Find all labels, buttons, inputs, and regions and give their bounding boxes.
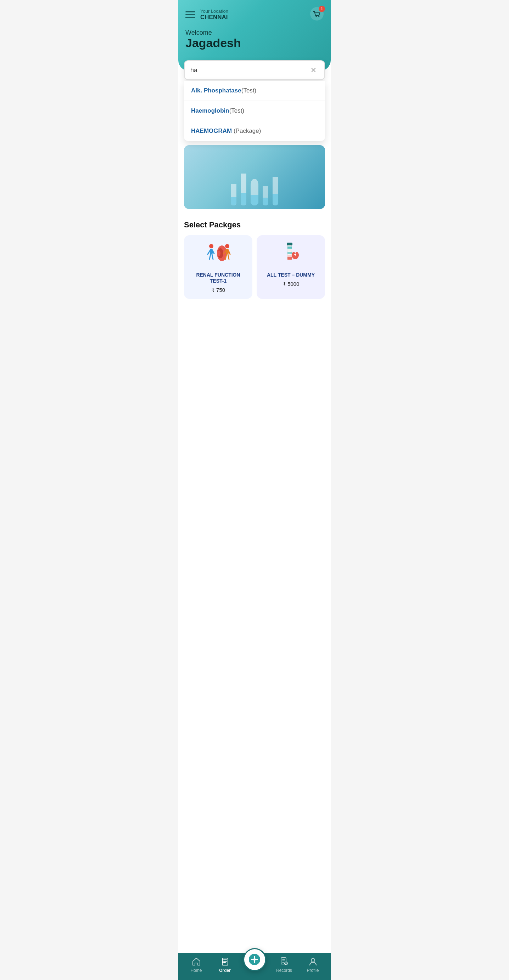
nav-center-button[interactable] [243,948,266,971]
welcome-text: Welcome Jagadesh [185,29,324,49]
hero-banner [184,145,325,209]
package-icon-2 [277,241,305,269]
hamburger-menu[interactable] [185,11,195,18]
records-icon [279,957,289,967]
svg-rect-18 [287,243,292,245]
cart-badge: 1 [319,6,325,12]
packages-title: Select Packges [184,220,325,229]
test-tube-5 [273,177,278,205]
svg-line-8 [212,254,213,259]
package-card-1[interactable]: RENAL FUNCTION TEST-1 ₹ 750 [184,235,252,299]
nav-profile-label: Profile [306,968,319,973]
profile-icon [308,957,318,967]
svg-point-2 [318,16,319,17]
svg-rect-22 [287,252,292,254]
nav-home[interactable]: Home [186,957,207,973]
test-tube-4 [263,186,268,205]
package-name-2: ALL TEST – DUMMY [267,272,315,278]
welcome-label: Welcome [185,29,324,37]
svg-point-29 [222,961,223,962]
search-box: ✕ [184,60,325,80]
svg-line-5 [208,251,210,254]
svg-point-30 [222,962,223,963]
location-label: Your Location [200,8,228,14]
package-price-2: ₹ 5000 [282,281,300,287]
search-container: ✕ Alk. Phosphatase(Test) Haemoglobin(Tes… [184,60,325,141]
autocomplete-item-name-1: Alk. Phosphatase [191,87,241,94]
home-icon [191,957,201,967]
autocomplete-dropdown: Alk. Phosphatase(Test) Haemoglobin(Test)… [184,81,325,141]
autocomplete-item-name-2: Haemoglobin [191,107,229,114]
svg-line-15 [229,251,230,254]
nav-records[interactable]: Records [274,957,295,973]
autocomplete-item-1[interactable]: Alk. Phosphatase(Test) [184,81,325,101]
package-name-1: RENAL FUNCTION TEST-1 [190,272,247,284]
packages-grid: RENAL FUNCTION TEST-1 ₹ 750 [184,235,325,299]
svg-rect-21 [287,249,292,251]
kidney-icon [204,241,233,269]
nav-profile[interactable]: Profile [302,957,324,973]
cart-button[interactable]: 1 [310,7,324,22]
svg-point-1 [316,16,317,17]
blood-test-icon [277,241,305,269]
autocomplete-item-type-1: (Test) [241,87,257,94]
bottom-nav: Home Order [178,953,331,980]
hero-banner-bg [184,145,325,209]
nav-home-label: Home [190,968,202,973]
test-tube-1 [231,184,236,205]
autocomplete-item-2[interactable]: Haemoglobin(Test) [184,101,325,121]
location-info: Your Location CHENNAI [200,8,228,21]
svg-line-6 [213,251,214,254]
svg-point-35 [311,958,315,962]
nav-records-label: Records [276,968,292,973]
order-icon [220,957,230,967]
svg-point-3 [209,244,213,248]
svg-rect-24 [287,257,292,259]
svg-rect-4 [210,249,213,254]
test-tube-3 [251,179,258,205]
svg-line-7 [209,254,211,259]
main-content: Your Location CHENNAI 1 Welcome Jagadesh [178,0,331,980]
package-icon-1 [204,241,233,269]
search-clear-button[interactable]: ✕ [308,65,319,75]
location-name: CHENNAI [200,14,228,21]
svg-rect-20 [287,247,292,249]
autocomplete-item-type-3: (Package) [232,127,261,134]
svg-point-32 [253,958,256,961]
package-price-1: ₹ 750 [211,287,225,293]
autocomplete-item-type-2: (Test) [229,107,244,114]
svg-point-28 [222,959,223,961]
svg-line-17 [228,254,229,259]
svg-point-11 [218,250,220,256]
search-input[interactable] [190,67,308,74]
nav-order-label: Order [219,968,231,973]
svg-rect-26 [295,254,296,256]
svg-point-12 [225,244,229,248]
nav-order[interactable]: Order [214,957,236,973]
packages-section: Select Packges [178,213,331,306]
user-name: Jagadesh [185,37,324,49]
autocomplete-item-3[interactable]: HAEMOGRAM (Package) [184,121,325,141]
svg-rect-23 [287,255,292,257]
svg-rect-13 [226,249,229,254]
banner-illustration [231,173,278,205]
test-tube-2 [241,173,246,205]
package-card-2[interactable]: ALL TEST – DUMMY ₹ 5000 [257,235,325,299]
autocomplete-item-name-3: HAEMOGRAM [191,127,232,134]
